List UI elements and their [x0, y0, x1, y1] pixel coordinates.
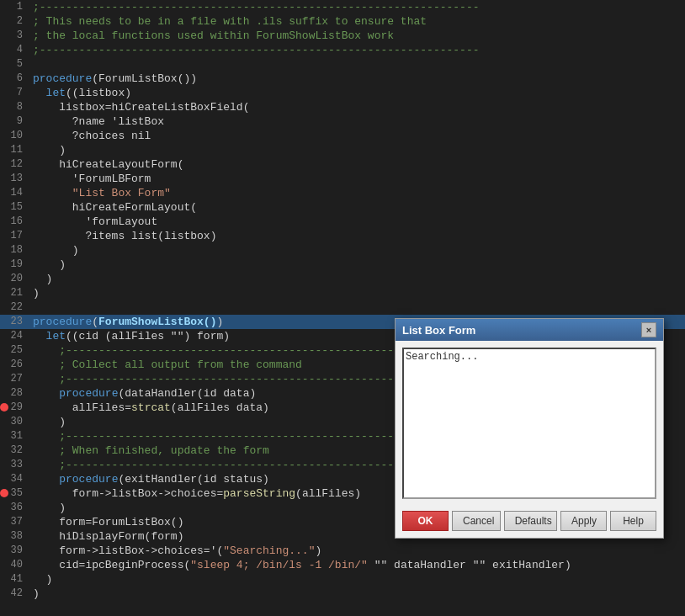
code-line: 10 ?choices nil	[0, 129, 685, 143]
apply-button[interactable]: Apply	[560, 511, 607, 531]
code-line: 21 )	[0, 286, 685, 300]
dialog-titlebar: List Box Form ×	[396, 319, 663, 341]
code-line: 13 'ForumLBForm	[0, 172, 685, 186]
code-line: 14 "List Box Form"	[0, 186, 685, 200]
code-line: 12 hiCreateLayoutForm(	[0, 157, 685, 172]
code-line: 11 )	[0, 143, 685, 157]
code-line: 9 ?name 'listBox	[0, 114, 685, 129]
code-line: 20 )	[0, 272, 685, 286]
code-line: 18 )	[0, 243, 685, 258]
code-line: 22	[0, 300, 685, 315]
dialog-body: Searching...	[396, 341, 663, 506]
code-line: 5	[0, 57, 685, 72]
listbox-item: Searching...	[406, 351, 653, 363]
help-button[interactable]: Help	[610, 511, 656, 531]
code-line: 16 'formLayout	[0, 215, 685, 229]
dialog-title: List Box Form	[402, 324, 475, 337]
listbox[interactable]: Searching...	[402, 348, 656, 499]
code-line: 17 ?items list(listbox)	[0, 229, 685, 243]
code-line: 7 let((listbox)	[0, 86, 685, 100]
code-line: 6 procedure(ForumListBox())	[0, 72, 685, 86]
code-line: 4 ;-------------------------------------…	[0, 43, 685, 57]
code-line: 2 ; This needs to be in a file with .ils…	[0, 14, 685, 29]
code-line: 40 cid=ipcBeginProcess("sleep 4; /bin/ls…	[0, 558, 685, 572]
dialog: List Box Form × Searching... OK Cancel D…	[395, 318, 664, 539]
cancel-button[interactable]: Cancel	[452, 511, 501, 531]
code-line: 3 ; the local functions used within Foru…	[0, 29, 685, 43]
dialog-buttons: OK Cancel Defaults Apply Help	[396, 506, 663, 538]
code-line: 1 ;-------------------------------------…	[0, 0, 685, 14]
dialog-close-button[interactable]: ×	[641, 322, 656, 337]
ok-button[interactable]: OK	[402, 511, 449, 531]
code-line: 19 )	[0, 258, 685, 272]
code-line: 39 form->listBox->choices='("Searching..…	[0, 544, 685, 558]
code-line: 42 )	[0, 587, 685, 601]
code-line: 15 hiCreateFormLayout(	[0, 200, 685, 215]
code-line: 41 )	[0, 572, 685, 587]
code-line: 8 listbox=hiCreateListBoxField(	[0, 100, 685, 114]
defaults-button[interactable]: Defaults	[504, 511, 557, 531]
